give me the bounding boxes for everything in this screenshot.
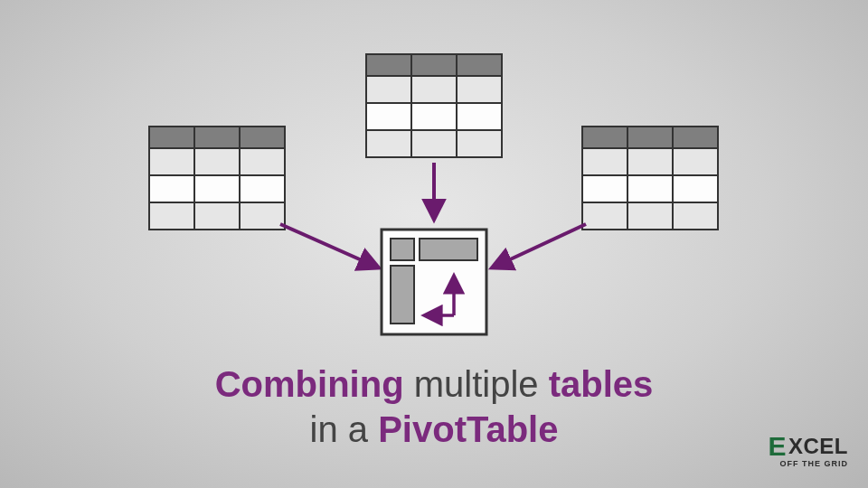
svg-rect-3: [149, 202, 285, 230]
svg-rect-0: [149, 127, 285, 148]
svg-rect-20: [420, 239, 477, 260]
svg-rect-14: [582, 175, 718, 202]
svg-rect-12: [582, 127, 718, 148]
brand-logo: EXCEL OFF THE GRID: [768, 436, 848, 468]
pivot-box: [382, 230, 486, 334]
svg-rect-2: [149, 175, 285, 202]
source-table-center: [366, 54, 502, 157]
svg-rect-1: [149, 148, 285, 175]
svg-rect-19: [391, 239, 414, 260]
slide-canvas: Combining multiple tables in a PivotTabl…: [0, 0, 868, 488]
logo-rest: XCEL: [788, 436, 848, 457]
source-table-right: [582, 127, 718, 230]
svg-rect-8: [366, 103, 502, 130]
diagram-svg: [0, 0, 868, 488]
arrow-left: [280, 224, 378, 267]
svg-rect-7: [366, 76, 502, 103]
arrow-right: [493, 224, 586, 267]
svg-rect-13: [582, 148, 718, 175]
svg-rect-15: [582, 202, 718, 230]
svg-rect-9: [366, 130, 502, 157]
logo-tagline: OFF THE GRID: [768, 460, 848, 468]
source-table-left: [149, 127, 285, 230]
svg-rect-21: [391, 266, 414, 324]
svg-rect-6: [366, 54, 502, 76]
logo-letter-e: E: [768, 436, 787, 457]
